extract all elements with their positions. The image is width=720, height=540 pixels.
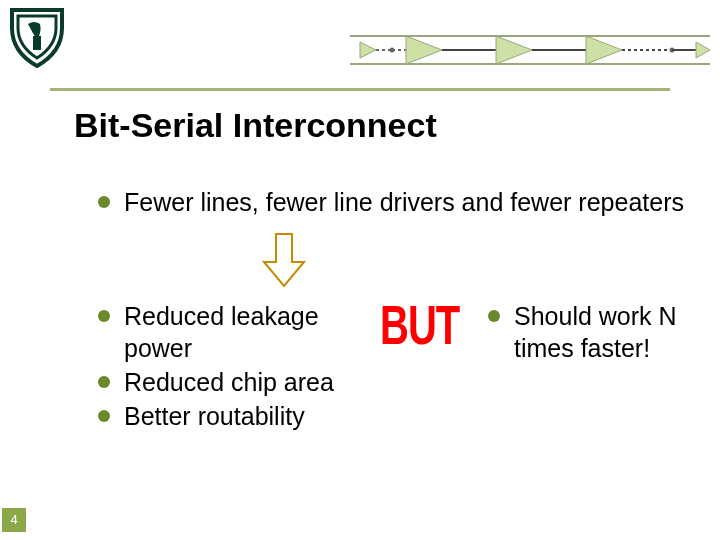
svg-marker-7 (406, 36, 442, 64)
svg-marker-15 (696, 42, 710, 58)
svg-rect-0 (33, 36, 41, 50)
bullet-icon (98, 310, 110, 322)
left-bullet-list: Reduced leakage power Reduced chip area … (98, 300, 358, 434)
bullet-item: Better routability (98, 400, 358, 432)
bullet-item: Should work N times faster! (488, 300, 708, 364)
bullet-text: Better routability (124, 400, 305, 432)
bullet-icon (98, 410, 110, 422)
slide-title: Bit-Serial Interconnect (74, 106, 437, 145)
svg-marker-11 (586, 36, 622, 64)
outline-down-arrow-icon (262, 232, 306, 288)
bullet-text: Fewer lines, fewer line drivers and fewe… (124, 186, 684, 218)
but-emphasis: BUT (380, 294, 459, 357)
bullet-icon (98, 196, 110, 208)
driver-repeater-chain-icon (350, 28, 710, 72)
page-number: 4 (2, 508, 26, 532)
bullet-item: Reduced leakage power (98, 300, 358, 364)
svg-marker-16 (264, 234, 304, 286)
header-divider (50, 88, 670, 91)
bullet-icon (98, 376, 110, 388)
bullet-text: Reduced chip area (124, 366, 334, 398)
bullet-item: Fewer lines, fewer line drivers and fewe… (98, 186, 698, 218)
svg-marker-9 (496, 36, 532, 64)
bullet-icon (488, 310, 500, 322)
bullet-item: Reduced chip area (98, 366, 358, 398)
institution-shield-logo (10, 6, 64, 68)
bullet-text: Should work N times faster! (514, 300, 708, 364)
svg-marker-3 (360, 42, 376, 58)
bullet-text: Reduced leakage power (124, 300, 358, 364)
right-bullet-list: Should work N times faster! (488, 300, 708, 364)
